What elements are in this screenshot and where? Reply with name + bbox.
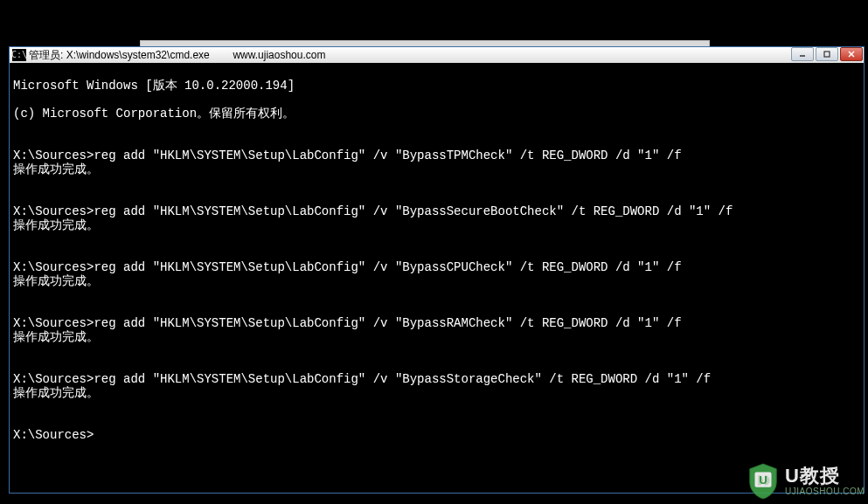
- window-controls: [791, 47, 863, 61]
- window-title: 管理员: X:\windows\system32\cmd.exe www.uji…: [29, 48, 325, 63]
- console-header-line2: (c) Microsoft Corporation。保留所有权利。: [13, 107, 860, 121]
- maximize-button[interactable]: [816, 47, 838, 61]
- command-block-1: X:\Sources>reg add "HKLM\SYSTEM\Setup\La…: [13, 204, 860, 232]
- command-block-0: X:\Sources>reg add "HKLM\SYSTEM\Setup\La…: [13, 148, 860, 176]
- minimize-button[interactable]: [791, 47, 814, 61]
- current-prompt[interactable]: X:\Sources>: [13, 428, 860, 442]
- close-button[interactable]: [840, 47, 863, 61]
- console-header-line1: Microsoft Windows [版本 10.0.22000.194]: [13, 79, 860, 93]
- command-block-4: X:\Sources>reg add "HKLM\SYSTEM\Setup\La…: [13, 372, 860, 400]
- titlebar[interactable]: C:\ 管理员: X:\windows\system32\cmd.exe www…: [10, 47, 864, 64]
- command-block-2: X:\Sources>reg add "HKLM\SYSTEM\Setup\La…: [13, 260, 860, 288]
- command-block-3: X:\Sources>reg add "HKLM\SYSTEM\Setup\La…: [13, 316, 860, 344]
- console-output[interactable]: Microsoft Windows [版本 10.0.22000.194] (c…: [10, 63, 864, 493]
- svg-rect-1: [824, 52, 830, 57]
- cmd-icon: C:\: [12, 49, 26, 61]
- cmd-window: C:\ 管理员: X:\windows\system32\cmd.exe www…: [9, 46, 865, 494]
